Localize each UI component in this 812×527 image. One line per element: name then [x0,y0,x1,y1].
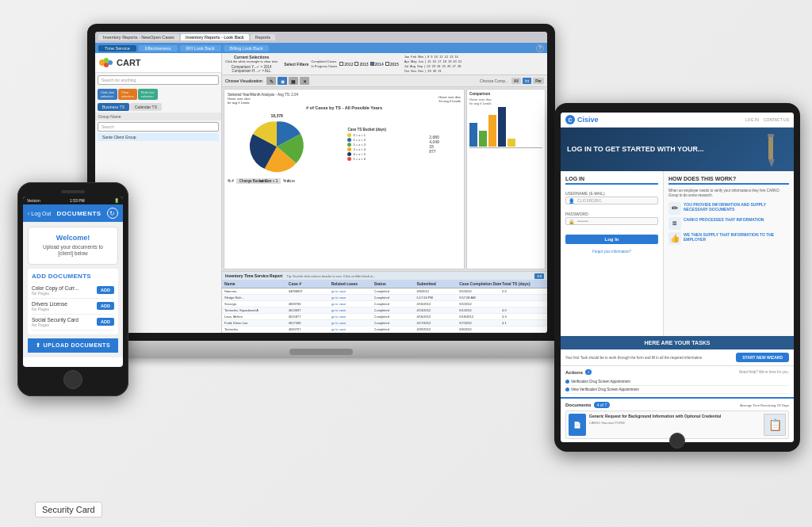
cart-subtab-rfi[interactable]: RFI Look Back [180,45,221,52]
cart-subtab-effectiveness[interactable]: Effectiveness [139,45,178,52]
username-field: USERNAME (E-MAIL) 👤 CLICKBGBIG [565,191,658,204]
cart-tab-bar: Inventory Reports - NewOpen Cases Invent… [95,32,547,43]
phone-home-btn[interactable] [63,370,82,389]
contact-link[interactable]: CONTACT US [764,117,789,122]
year-2014[interactable]: 2014 [370,62,384,67]
cisive-task-text: Your first Task should be to work throug… [565,356,702,360]
phone-screen: Verizon 1:53 PM 🔋 ‹ Log Out DOCUMENTS ↻ [23,197,123,367]
docs-title-row: Documents 4 of 7 [565,402,610,408]
cart-tab-lookback[interactable]: Inventory Reports - Look Back [181,34,249,40]
cart-search-bar[interactable]: Search for anything [98,75,219,85]
cisive-login-btn[interactable]: Log In [565,235,658,244]
phone-add-btn-2[interactable]: ADD [97,318,114,326]
phone-welcome-text: Upload your documents to [client] below [35,244,111,258]
phone-add-btn-0[interactable]: ADD [97,286,114,294]
cisive-hero: LOG IN TO GET STARTED WITH YOUR... [561,128,794,171]
cart-tab-reports[interactable]: Reports [251,34,275,40]
cart-group-search[interactable]: Search [98,122,219,132]
year-checkboxes: 2012 2013 2014 2015 [339,62,399,67]
pie-chart-container: 18,378 [228,113,461,175]
actions-header: Actions 3 [565,369,592,375]
vis-icon-4[interactable]: ✕ [300,77,309,85]
cart-subtab-billing[interactable]: Billing Look Back [224,45,270,52]
table-row: Fudd, Elmer Lee 4617586 go to case Compl… [222,320,547,327]
year-2013[interactable]: 2013 [354,62,368,67]
pen-icon [754,132,786,167]
cisive-step-2: 👍 WE THEN SUPPLY THAT INFORMATION TO THE… [668,232,789,245]
cisive-main-content: LOG IN USERNAME (E-MAIL) 👤 CLICKBGBIG PA… [561,171,794,336]
cisive-docs-header: Documents 4 of 7 Average Time Remaining:… [565,402,789,408]
cart-filters-row: Current Selections Click the white recta… [222,53,547,75]
phone-upload-btn[interactable]: ⬆ UPLOAD DOCUMENTS [28,338,118,353]
chart-legend: Case TS Bucket (days) 0 = x < 1 1 = x < … [347,128,386,162]
cart-subtab-timeservice[interactable]: Time Service [98,45,136,52]
laptop-screen-outer: Inventory Reports - NewOpen Cases Invent… [87,24,555,341]
total-cases: 18,378 [249,113,304,118]
vis-icon-1[interactable]: ✎ [266,77,276,85]
cisive-start-btn[interactable]: START NEW WIZARD [736,353,789,362]
vis-icon-3[interactable]: ▦ [289,77,298,85]
cart-tab-newopcases[interactable]: Inventory Reports - NewOpen Cases [98,34,179,40]
cisive-logo: C Cisive [565,115,599,124]
phone-refresh-icon[interactable]: ↻ [107,208,118,219]
tablet-body: C Cisive LOG IN CONTACT US LOG IN TO GET… [554,103,800,452]
svg-point-2 [108,60,113,65]
vis-icons: ✎ ◉ ▦ ✕ [266,77,309,85]
cart-sub-tabs: Time Service Effectiveness RFI Look Back… [95,43,547,53]
action-dot-0 [565,380,569,384]
phone-add-btn-1[interactable]: ADD [97,302,114,310]
cisive-app: C Cisive LOG IN CONTACT US LOG IN TO GET… [561,113,794,442]
year-2012[interactable]: 2012 [339,62,353,67]
comparison-chart: Comparison Hover over discfor avg # Lead… [466,89,546,269]
redo-btn[interactable]: Redo lastselection [138,89,158,100]
cisive-action-item-0: Verification Drug Screen Appointment [565,378,789,386]
cart-select-filters: Select Filters Completed Cases In Progre… [284,55,462,73]
cart-group-item[interactable]: Sante Client Group [98,133,219,141]
cart-body: CART Search for anything Undo lastselect… [95,53,547,333]
per-tab[interactable]: Per [533,78,544,84]
phone-welcome-card: Welcome! Upload your documents to [clien… [28,227,118,265]
int-tab[interactable]: Int [523,78,532,84]
cisive-top-bar: C Cisive LOG IN CONTACT US [561,113,794,128]
cisive-step-1: ≡ CARKO PROCESSES THAT INFORMATION [668,217,789,230]
vis-icon-2[interactable]: ◉ [278,77,287,85]
cisive-step-0: ✏ YOU PROVIDE INFORMATION AND SUPPLY NEC… [668,202,789,215]
cisive-how-title: HOW DOES THIS WORK? [668,176,789,185]
battery-icon: 🔋 [114,198,119,203]
year-2015[interactable]: 2015 [385,62,399,67]
tablet-home-btn[interactable] [669,433,685,449]
comparison-y2: Comparison H...✓ = ALL [225,69,278,73]
avg-ts: 2.9 [534,273,544,279]
username-input[interactable]: 👤 CLICKBGBIG [565,197,658,204]
phone-back-btn[interactable]: ‹ Log Out [28,211,51,216]
phone: Verizon 1:53 PM 🔋 ‹ Log Out DOCUMENTS ↻ [17,182,128,396]
cart-view-tabs: Business TS Calendar TS [95,101,221,113]
phone-body: Verizon 1:53 PM 🔋 ‹ Log Out DOCUMENTS ↻ [17,182,128,396]
login-link[interactable]: LOG IN [745,117,759,122]
all-tab[interactable]: All [511,78,521,84]
cisive-doc-subtitle: CARKO Standard FORM [589,421,760,425]
cart-chart-area: Selected Year/Month Analysis - Avg TS: 2… [222,87,547,271]
username-label: USERNAME (E-MAIL) [565,191,658,196]
cisive-logo-text: Cisive [577,116,599,124]
chart-values: 2,680 4,049 33 877 [429,135,439,154]
password-label: PASSWORD [565,212,658,216]
business-ts-tab[interactable]: Business TS [98,103,129,111]
phone-status-bar: Verizon 1:53 PM 🔋 [23,197,123,204]
password-input[interactable]: 🔒 •••••••• [565,217,658,225]
calendar-ts-tab[interactable]: Calendar TS [130,103,162,111]
chart-title: # of Cases by TS - All Possible Years [228,105,461,110]
help-icon[interactable]: ? [536,44,544,52]
cisive-forgot-link[interactable]: Forgot your information? [565,250,658,254]
phone-welcome-title: Welcome! [35,234,111,242]
phone-doc-name-2: Social Security Card [32,317,97,323]
phone-nav-bar: ‹ Log Out DOCUMENTS ↻ [23,204,123,222]
clear-btn[interactable]: Clearselection [118,89,137,100]
comparison-label: Comparison [469,92,542,96]
table-row: Hammer, 44098837 go to case Completed 4/… [222,288,547,295]
undo-btn[interactable]: Undo lastselection [98,89,117,100]
hover-info: Hover over discfor avg # Leads [439,95,461,103]
cart-table-title: Inventory Time Service Report Tip: Doubl… [222,272,547,280]
phone-doc-item-0: Color Copy of Curr... No Pages ADD [32,283,114,299]
action-dot-1 [565,388,569,391]
